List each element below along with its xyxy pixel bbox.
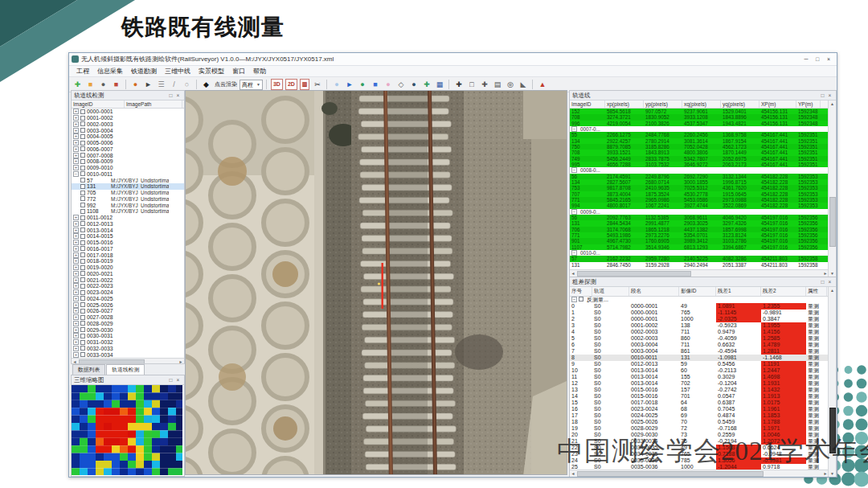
- checkbox[interactable]: [80, 240, 85, 245]
- globe-green-icon[interactable]: ●: [356, 79, 368, 91]
- expand-icon[interactable]: +: [73, 327, 79, 333]
- pin-icon[interactable]: □: [167, 92, 174, 98]
- checkbox[interactable]: [80, 259, 85, 264]
- error-row[interactable]: 13S00015-0016157-0.27421.1432量测: [570, 387, 829, 393]
- tree-item[interactable]: +0005-0006: [72, 140, 184, 146]
- checkbox[interactable]: [80, 159, 85, 164]
- expand-icon[interactable]: +: [73, 140, 79, 146]
- expand-icon[interactable]: +: [73, 233, 79, 239]
- expand-icon[interactable]: +: [73, 339, 79, 345]
- tab-data-list[interactable]: 数据列表: [72, 364, 105, 375]
- export-icon[interactable]: □: [465, 79, 477, 91]
- checkbox[interactable]: [80, 234, 85, 239]
- scroll-up-icon[interactable]: ▲: [829, 287, 836, 293]
- checkbox[interactable]: [80, 290, 85, 295]
- expand-icon[interactable]: +: [73, 228, 79, 233]
- collapse-icon[interactable]: −: [571, 209, 577, 215]
- scroll-left-icon[interactable]: ◄: [570, 471, 576, 476]
- track-row[interactable]: 7508879.70853185.82867052.04284562.17234…: [570, 144, 829, 150]
- menu-item-1[interactable]: 信息采集: [93, 67, 127, 76]
- expand-icon[interactable]: +: [73, 258, 79, 264]
- track-row[interactable]: 562092.77631132.53853068.96114046.942045…: [570, 215, 829, 220]
- expand-icon[interactable]: +: [73, 133, 79, 139]
- tree-item[interactable]: +0013-0014: [72, 227, 184, 233]
- expand-icon[interactable]: +: [73, 352, 79, 358]
- close-icon[interactable]: ×: [174, 377, 182, 383]
- add-icon[interactable]: ✚: [420, 79, 432, 91]
- globe-dark-icon[interactable]: ●: [407, 79, 420, 91]
- checkbox[interactable]: [80, 121, 85, 126]
- track-row[interactable]: 7073873.40041875.35244530.27781915.06454…: [570, 191, 829, 197]
- checkbox[interactable]: [80, 309, 85, 314]
- expand-icon[interactable]: +: [73, 308, 79, 314]
- checkbox[interactable]: [80, 178, 85, 182]
- tree-item[interactable]: +0008-0009: [72, 158, 184, 165]
- route-icon[interactable]: ✚: [452, 79, 465, 91]
- error-row[interactable]: 15S00017-0018640.63871.0175量测: [570, 400, 829, 406]
- checkbox[interactable]: [579, 297, 583, 301]
- measurement-line[interactable]: [382, 263, 383, 309]
- checkbox[interactable]: [80, 346, 85, 351]
- error-row[interactable]: 11S00013-00141550.30291.4698量测: [570, 374, 829, 380]
- expand-icon[interactable]: +: [73, 153, 79, 158]
- error-row[interactable]: 7S00003-0004861-0.45941.2811量测: [570, 348, 829, 355]
- expand-icon[interactable]: +: [73, 346, 79, 351]
- checkbox[interactable]: [80, 109, 85, 114]
- tree-item[interactable]: +0032-0033: [72, 346, 184, 352]
- tree-child-item[interactable]: 705M:/JYX/BYJ_Undistortima: [72, 190, 184, 196]
- menu-item-3[interactable]: 三维中线: [161, 67, 194, 76]
- tree-item[interactable]: +0007-0008: [72, 152, 184, 158]
- track-row[interactable]: 9014967.47301760.69053989.34123103.27864…: [570, 238, 829, 244]
- error-row[interactable]: 9S00012-0013590.54561.1191量测: [570, 361, 829, 367]
- error-row[interactable]: 1S00000-0001765-1.1145-0.9891量测: [570, 310, 829, 316]
- checkbox[interactable]: [80, 302, 85, 307]
- tree-item[interactable]: +0014-0015: [72, 233, 184, 240]
- track-row[interactable]: 7539817.87082410.96357025.53124361.76204…: [570, 185, 829, 191]
- expand-icon[interactable]: +: [73, 246, 79, 252]
- checkbox[interactable]: [80, 128, 85, 133]
- checkbox[interactable]: [80, 327, 85, 332]
- pin-icon[interactable]: □: [819, 279, 826, 285]
- checkbox[interactable]: [80, 184, 85, 189]
- checkbox[interactable]: [80, 252, 85, 257]
- expand-icon[interactable]: +: [73, 215, 79, 220]
- checkbox[interactable]: [80, 116, 85, 121]
- error-row[interactable]: 18S00025-0026700.54591.1788量测: [570, 419, 829, 425]
- menu-item-2[interactable]: 铁道勘测: [127, 67, 161, 76]
- checkbox[interactable]: [80, 246, 85, 251]
- move-icon[interactable]: ✚: [478, 79, 490, 91]
- tree-item[interactable]: −0010-0011: [72, 171, 184, 178]
- scroll-thumb[interactable]: [577, 271, 691, 277]
- tree-item[interactable]: +0020-0021: [72, 271, 184, 277]
- track-column-0[interactable]: ImageID: [570, 100, 605, 108]
- expand-icon[interactable]: +: [73, 252, 79, 258]
- track-group-header[interactable]: −0009-0...: [570, 209, 829, 215]
- scroll-down-icon[interactable]: ▼: [829, 270, 836, 277]
- error-column-2[interactable]: 段名: [629, 287, 679, 296]
- checkbox[interactable]: [80, 321, 85, 326]
- sphere-icon[interactable]: ●: [330, 79, 342, 91]
- close-icon[interactable]: ×: [174, 92, 182, 98]
- menu-item-5[interactable]: 窗口: [228, 67, 249, 76]
- expand-icon[interactable]: +: [73, 165, 79, 170]
- expand-icon[interactable]: +: [73, 128, 79, 133]
- track-column-3[interactable]: xq(pixels): [682, 100, 721, 108]
- pointer-icon[interactable]: ►: [142, 79, 154, 91]
- close-icon[interactable]: ×: [826, 92, 833, 98]
- marker-icon[interactable]: ▲: [536, 79, 548, 91]
- checkbox[interactable]: [80, 203, 85, 207]
- checkbox[interactable]: [80, 315, 85, 320]
- expand-icon[interactable]: +: [73, 115, 79, 121]
- track-column-6[interactable]: YP(m): [796, 100, 821, 108]
- view-split-button[interactable]: ▥: [300, 79, 310, 90]
- track-row[interactable]: 562174.45912249.87962692.72903132.134445…: [570, 174, 829, 179]
- tree-item[interactable]: +0009-0010: [72, 165, 184, 171]
- pin-icon[interactable]: □: [167, 377, 174, 383]
- checkbox[interactable]: [80, 196, 85, 201]
- checkbox[interactable]: [80, 146, 85, 151]
- checkbox[interactable]: [80, 221, 85, 226]
- error-column-3[interactable]: 影像ID: [679, 287, 716, 296]
- tree-item[interactable]: +0001-0002: [72, 115, 184, 121]
- expand-icon[interactable]: +: [73, 321, 79, 326]
- error-root-row[interactable]: −反测量...: [570, 297, 829, 303]
